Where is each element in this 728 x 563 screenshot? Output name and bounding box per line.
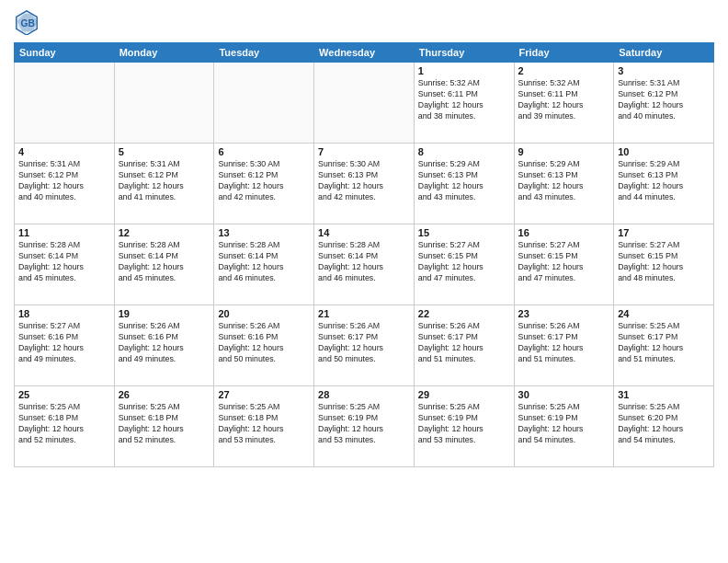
day-number: 26 bbox=[119, 389, 210, 400]
day-info: Sunrise: 5:25 AM Sunset: 6:19 PM Dayligh… bbox=[318, 402, 410, 446]
day-info: Sunrise: 5:25 AM Sunset: 6:20 PM Dayligh… bbox=[618, 402, 710, 446]
day-number: 23 bbox=[518, 308, 610, 319]
day-number: 14 bbox=[318, 227, 410, 238]
day-number: 27 bbox=[218, 389, 310, 400]
day-header-saturday: Saturday bbox=[614, 43, 714, 63]
calendar-cell: 25Sunrise: 5:25 AM Sunset: 6:18 PM Dayli… bbox=[15, 386, 115, 467]
day-number: 24 bbox=[618, 308, 710, 319]
calendar-cell: 10Sunrise: 5:29 AM Sunset: 6:13 PM Dayli… bbox=[614, 144, 714, 224]
day-info: Sunrise: 5:25 AM Sunset: 6:17 PM Dayligh… bbox=[618, 321, 710, 365]
day-number: 20 bbox=[218, 308, 310, 319]
calendar: SundayMondayTuesdayWednesdayThursdayFrid… bbox=[14, 42, 714, 467]
day-number: 22 bbox=[418, 308, 510, 319]
week-row-4: 18Sunrise: 5:27 AM Sunset: 6:16 PM Dayli… bbox=[15, 305, 714, 386]
calendar-cell bbox=[314, 63, 415, 144]
day-number: 2 bbox=[518, 65, 610, 76]
day-info: Sunrise: 5:28 AM Sunset: 6:14 PM Dayligh… bbox=[18, 240, 110, 284]
day-info: Sunrise: 5:25 AM Sunset: 6:18 PM Dayligh… bbox=[18, 402, 110, 446]
day-number: 28 bbox=[318, 389, 410, 400]
week-row-1: 1Sunrise: 5:32 AM Sunset: 6:11 PM Daylig… bbox=[15, 63, 714, 144]
calendar-cell: 21Sunrise: 5:26 AM Sunset: 6:17 PM Dayli… bbox=[314, 305, 415, 386]
day-info: Sunrise: 5:28 AM Sunset: 6:14 PM Dayligh… bbox=[119, 240, 210, 284]
calendar-cell: 2Sunrise: 5:32 AM Sunset: 6:11 PM Daylig… bbox=[514, 63, 614, 144]
calendar-cell: 24Sunrise: 5:25 AM Sunset: 6:17 PM Dayli… bbox=[614, 305, 714, 386]
day-info: Sunrise: 5:26 AM Sunset: 6:16 PM Dayligh… bbox=[119, 321, 210, 365]
day-number: 12 bbox=[119, 227, 210, 238]
calendar-cell: 28Sunrise: 5:25 AM Sunset: 6:19 PM Dayli… bbox=[314, 386, 415, 467]
day-number: 13 bbox=[218, 227, 310, 238]
day-info: Sunrise: 5:27 AM Sunset: 6:15 PM Dayligh… bbox=[418, 240, 510, 284]
calendar-cell: 31Sunrise: 5:25 AM Sunset: 6:20 PM Dayli… bbox=[614, 386, 714, 467]
day-number: 17 bbox=[618, 227, 710, 238]
calendar-cell: 11Sunrise: 5:28 AM Sunset: 6:14 PM Dayli… bbox=[15, 224, 115, 305]
day-info: Sunrise: 5:31 AM Sunset: 6:12 PM Dayligh… bbox=[618, 78, 710, 122]
day-number: 3 bbox=[618, 65, 710, 76]
day-info: Sunrise: 5:31 AM Sunset: 6:12 PM Dayligh… bbox=[119, 159, 210, 203]
day-header-wednesday: Wednesday bbox=[314, 43, 415, 63]
calendar-cell bbox=[15, 63, 115, 144]
calendar-cell: 26Sunrise: 5:25 AM Sunset: 6:18 PM Dayli… bbox=[114, 386, 214, 467]
day-number: 11 bbox=[18, 227, 110, 238]
day-number: 9 bbox=[518, 146, 610, 157]
header: GB bbox=[14, 9, 714, 35]
day-info: Sunrise: 5:32 AM Sunset: 6:11 PM Dayligh… bbox=[518, 78, 610, 122]
calendar-cell: 3Sunrise: 5:31 AM Sunset: 6:12 PM Daylig… bbox=[614, 63, 714, 144]
calendar-cell: 27Sunrise: 5:25 AM Sunset: 6:18 PM Dayli… bbox=[214, 386, 314, 467]
day-number: 4 bbox=[18, 146, 110, 157]
day-info: Sunrise: 5:25 AM Sunset: 6:18 PM Dayligh… bbox=[119, 402, 210, 446]
day-info: Sunrise: 5:27 AM Sunset: 6:15 PM Dayligh… bbox=[518, 240, 610, 284]
day-number: 5 bbox=[119, 146, 210, 157]
calendar-cell: 13Sunrise: 5:28 AM Sunset: 6:14 PM Dayli… bbox=[214, 224, 314, 305]
page: GB SundayMondayTuesdayWednesdayThursdayF… bbox=[0, 0, 728, 563]
day-number: 18 bbox=[18, 308, 110, 319]
calendar-cell: 19Sunrise: 5:26 AM Sunset: 6:16 PM Dayli… bbox=[114, 305, 214, 386]
day-header-monday: Monday bbox=[114, 43, 214, 63]
calendar-cell: 30Sunrise: 5:25 AM Sunset: 6:19 PM Dayli… bbox=[514, 386, 614, 467]
day-number: 8 bbox=[418, 146, 510, 157]
day-number: 31 bbox=[618, 389, 710, 400]
calendar-cell: 20Sunrise: 5:26 AM Sunset: 6:16 PM Dayli… bbox=[214, 305, 314, 386]
calendar-cell: 22Sunrise: 5:26 AM Sunset: 6:17 PM Dayli… bbox=[414, 305, 514, 386]
calendar-cell: 23Sunrise: 5:26 AM Sunset: 6:17 PM Dayli… bbox=[514, 305, 614, 386]
day-number: 25 bbox=[18, 389, 110, 400]
day-info: Sunrise: 5:30 AM Sunset: 6:13 PM Dayligh… bbox=[318, 159, 410, 203]
day-number: 21 bbox=[318, 308, 410, 319]
day-info: Sunrise: 5:27 AM Sunset: 6:16 PM Dayligh… bbox=[18, 321, 110, 365]
calendar-cell: 5Sunrise: 5:31 AM Sunset: 6:12 PM Daylig… bbox=[114, 144, 214, 224]
day-header-sunday: Sunday bbox=[15, 43, 115, 63]
calendar-cell: 18Sunrise: 5:27 AM Sunset: 6:16 PM Dayli… bbox=[15, 305, 115, 386]
calendar-cell: 29Sunrise: 5:25 AM Sunset: 6:19 PM Dayli… bbox=[414, 386, 514, 467]
week-row-2: 4Sunrise: 5:31 AM Sunset: 6:12 PM Daylig… bbox=[15, 144, 714, 224]
calendar-cell: 15Sunrise: 5:27 AM Sunset: 6:15 PM Dayli… bbox=[414, 224, 514, 305]
week-row-5: 25Sunrise: 5:25 AM Sunset: 6:18 PM Dayli… bbox=[15, 386, 714, 467]
calendar-cell: 4Sunrise: 5:31 AM Sunset: 6:12 PM Daylig… bbox=[15, 144, 115, 224]
calendar-cell: 6Sunrise: 5:30 AM Sunset: 6:12 PM Daylig… bbox=[214, 144, 314, 224]
day-info: Sunrise: 5:26 AM Sunset: 6:17 PM Dayligh… bbox=[418, 321, 510, 365]
week-row-3: 11Sunrise: 5:28 AM Sunset: 6:14 PM Dayli… bbox=[15, 224, 714, 305]
calendar-cell: 16Sunrise: 5:27 AM Sunset: 6:15 PM Dayli… bbox=[514, 224, 614, 305]
day-number: 19 bbox=[119, 308, 210, 319]
day-header-friday: Friday bbox=[514, 43, 614, 63]
day-info: Sunrise: 5:26 AM Sunset: 6:16 PM Dayligh… bbox=[218, 321, 310, 365]
day-info: Sunrise: 5:31 AM Sunset: 6:12 PM Dayligh… bbox=[18, 159, 110, 203]
calendar-cell: 17Sunrise: 5:27 AM Sunset: 6:15 PM Dayli… bbox=[614, 224, 714, 305]
calendar-cell: 7Sunrise: 5:30 AM Sunset: 6:13 PM Daylig… bbox=[314, 144, 415, 224]
calendar-cell: 12Sunrise: 5:28 AM Sunset: 6:14 PM Dayli… bbox=[114, 224, 214, 305]
day-info: Sunrise: 5:25 AM Sunset: 6:19 PM Dayligh… bbox=[518, 402, 610, 446]
day-info: Sunrise: 5:29 AM Sunset: 6:13 PM Dayligh… bbox=[418, 159, 510, 203]
calendar-cell bbox=[214, 63, 314, 144]
day-info: Sunrise: 5:27 AM Sunset: 6:15 PM Dayligh… bbox=[618, 240, 710, 284]
day-number: 30 bbox=[518, 389, 610, 400]
day-info: Sunrise: 5:28 AM Sunset: 6:14 PM Dayligh… bbox=[318, 240, 410, 284]
day-info: Sunrise: 5:29 AM Sunset: 6:13 PM Dayligh… bbox=[618, 159, 710, 203]
day-number: 6 bbox=[218, 146, 310, 157]
day-info: Sunrise: 5:32 AM Sunset: 6:11 PM Dayligh… bbox=[418, 78, 510, 122]
calendar-header-row: SundayMondayTuesdayWednesdayThursdayFrid… bbox=[15, 43, 714, 63]
svg-text:GB: GB bbox=[20, 18, 34, 29]
calendar-cell: 9Sunrise: 5:29 AM Sunset: 6:13 PM Daylig… bbox=[514, 144, 614, 224]
day-number: 10 bbox=[618, 146, 710, 157]
day-number: 1 bbox=[418, 65, 510, 76]
day-info: Sunrise: 5:25 AM Sunset: 6:18 PM Dayligh… bbox=[218, 402, 310, 446]
logo-icon: GB bbox=[14, 9, 40, 35]
day-info: Sunrise: 5:30 AM Sunset: 6:12 PM Dayligh… bbox=[218, 159, 310, 203]
